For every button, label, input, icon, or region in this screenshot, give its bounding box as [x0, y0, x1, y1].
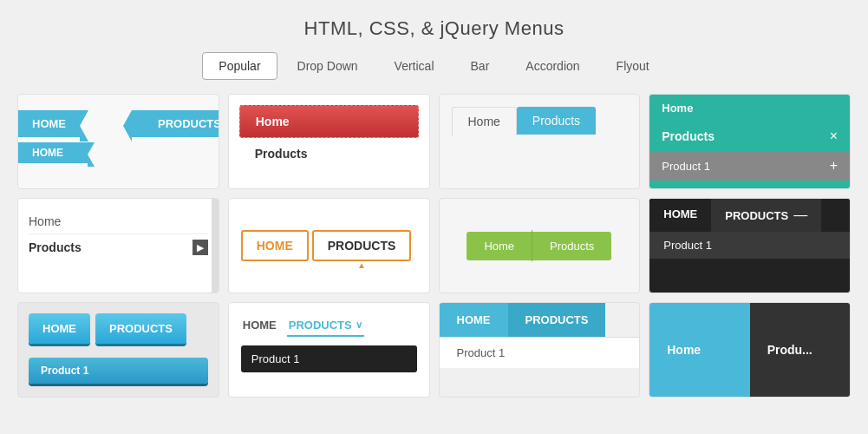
tab-flyout[interactable]: Flyout — [600, 52, 666, 80]
card11-product1-item[interactable]: Product 1 — [440, 337, 640, 368]
card10-products-btn[interactable]: PRODUCTS ∨ — [287, 315, 364, 337]
menu-grid: HOME PRODUCTS HOME Home Products Home Pr… — [0, 94, 868, 398]
card4-product1-item[interactable]: Product 1 — [662, 160, 710, 173]
card10-product1-item[interactable]: Product 1 — [251, 352, 407, 365]
card-teal-flat: HOME PRODUCTS Product 1 — [439, 302, 641, 398]
card4-products-item[interactable]: Products — [662, 129, 715, 143]
card4-product1-row: Product 1 + — [649, 151, 850, 181]
card1-home2-btn[interactable]: HOME — [18, 142, 88, 163]
card4-plus-icon: + — [830, 158, 838, 174]
page-title: HTML, CSS, & jQuery Menus — [0, 0, 868, 52]
card10-nav: HOME PRODUCTS ∨ — [241, 315, 417, 337]
card9-products-btn[interactable]: PRODUCTS — [95, 313, 186, 344]
card11-products-btn[interactable]: PRODUCTS — [508, 303, 606, 337]
card12-home-btn[interactable]: Home — [649, 303, 749, 397]
card2-home-btn[interactable]: Home — [239, 105, 419, 138]
card-white-vertical: Home Products ▶ — [17, 198, 219, 293]
tab-dropdown[interactable]: Drop Down — [281, 52, 375, 80]
card-dark-theme: HOME PRODUCTS — Product 1 — [649, 198, 851, 293]
card1-products-btn[interactable]: PRODUCTS — [132, 110, 219, 137]
card10-dropdown: Product 1 — [241, 345, 417, 372]
card6-home-btn[interactable]: HOME — [241, 230, 309, 261]
card8-product1-item[interactable]: Product 1 — [663, 239, 836, 252]
card6-products-btn[interactable]: PRODUCTS — [312, 230, 412, 261]
card-red-dropdown: Home Products — [228, 94, 430, 189]
card5-arrow-icon[interactable]: ▶ — [193, 240, 208, 255]
card8-nav: HOME PRODUCTS — — [649, 199, 850, 232]
card9-home-btn[interactable]: HOME — [29, 313, 90, 344]
card7-products-btn[interactable]: Products — [532, 232, 611, 260]
card-blue-ribbon: HOME PRODUCTS HOME — [17, 94, 219, 189]
card-split-color: Home Produ... — [649, 302, 851, 398]
card11-nav: HOME PRODUCTS — [440, 303, 640, 337]
card8-products-btn[interactable]: PRODUCTS — [725, 209, 788, 222]
card-blue-3d: HOME PRODUCTS Product 1 — [17, 302, 219, 398]
card8-dropdown: Product 1 — [649, 232, 850, 259]
card5-products-row: Products ▶ — [29, 233, 208, 260]
card-underline-dropdown: HOME PRODUCTS ∨ Product 1 — [228, 302, 430, 398]
card10-chevron-icon: ∨ — [356, 319, 362, 331]
card11-home-btn[interactable]: HOME — [440, 303, 508, 337]
tab-bar[interactable]: Bar — [454, 52, 506, 80]
tabs-bar: Popular Drop Down Vertical Bar Accordion… — [0, 52, 868, 80]
card4-products-row: Products × — [649, 122, 850, 151]
card3-home-tab[interactable]: Home — [452, 107, 517, 136]
tab-vertical[interactable]: Vertical — [378, 52, 451, 80]
tab-popular[interactable]: Popular — [202, 52, 277, 80]
card5-products-item[interactable]: Products — [29, 240, 82, 254]
card12-product-btn[interactable]: Produ... — [750, 303, 850, 397]
tab-accordion[interactable]: Accordion — [509, 52, 596, 80]
card9-product1-item[interactable]: Product 1 — [29, 358, 208, 384]
card5-home-item[interactable]: Home — [29, 209, 208, 233]
card2-products-item[interactable]: Products — [239, 143, 419, 164]
card1-home-btn[interactable]: HOME — [18, 110, 80, 137]
card4-home-item[interactable]: Home — [649, 95, 850, 122]
card-green-segment: Home Products — [439, 198, 641, 293]
card8-products-row: PRODUCTS — — [711, 199, 821, 232]
card4-close-icon[interactable]: × — [830, 128, 838, 144]
card10-home-btn[interactable]: HOME — [241, 315, 278, 337]
card5-scrollbar[interactable] — [212, 199, 219, 293]
card8-home-btn[interactable]: HOME — [649, 199, 711, 232]
card-orange-outline: HOME PRODUCTS — [228, 198, 430, 293]
card-tab-style: Home Products — [439, 94, 641, 189]
card3-products-tab[interactable]: Products — [517, 107, 596, 135]
card7-home-btn[interactable]: Home — [467, 232, 532, 260]
card-teal-dropdown: Home Products × Product 1 + — [649, 94, 851, 189]
card8-minus-icon[interactable]: — — [793, 207, 807, 223]
